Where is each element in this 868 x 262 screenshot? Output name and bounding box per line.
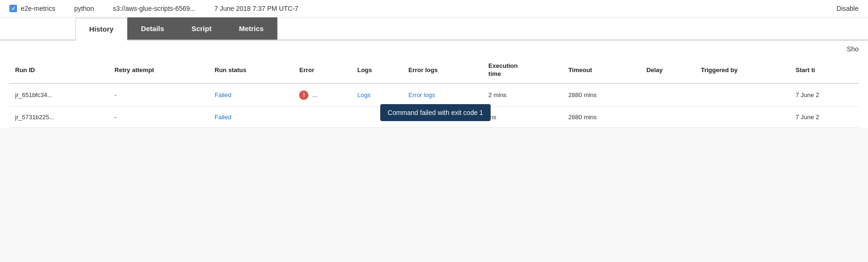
cell-exectime-1: 2 mins xyxy=(483,83,563,107)
tab-details[interactable]: Details xyxy=(127,17,178,40)
cell-status-2: Failed xyxy=(209,106,293,127)
tab-script[interactable]: Script xyxy=(178,17,225,40)
col-delay: Delay xyxy=(641,57,695,83)
col-logs: Logs xyxy=(351,57,402,83)
col-triggered-by: Triggered by xyxy=(695,57,790,83)
job-checkbox[interactable] xyxy=(9,5,17,12)
cell-starttime-1: 7 June 2 xyxy=(790,83,859,107)
cell-retry-1: - xyxy=(109,83,209,107)
language-value: python xyxy=(74,5,94,12)
cell-delay-2 xyxy=(641,106,695,127)
datetime-value: 7 June 2018 7:37 PM UTC-7 xyxy=(214,5,298,12)
col-retry-attempt: Retry attempt xyxy=(109,57,209,83)
col-run-id: Run ID xyxy=(9,57,109,83)
col-start-time: Start ti xyxy=(790,57,859,83)
cell-timeout-1: 2880 mins xyxy=(563,83,641,107)
history-table: Run ID Retry attempt Run status Error Lo… xyxy=(9,57,859,128)
disable-label: Disable xyxy=(836,5,859,12)
error-logs-tooltip-wrapper: Error logs Command failed with exit code… xyxy=(409,91,435,98)
error-icon-1[interactable]: ! xyxy=(299,90,309,100)
cell-retry-2: - xyxy=(109,106,209,127)
cell-delay-1 xyxy=(641,83,695,107)
col-run-status: Run status xyxy=(209,57,293,83)
cell-error-2 xyxy=(293,106,351,127)
tabs-bar: History Details Script Metrics xyxy=(0,17,868,41)
cell-triggered-2 xyxy=(695,106,790,127)
col-timeout: Timeout xyxy=(563,57,641,83)
cell-starttime-2: 7 June 2 xyxy=(790,106,859,127)
datetime-item: 7 June 2018 7:37 PM UTC-7 xyxy=(214,5,298,12)
tab-metrics[interactable]: Metrics xyxy=(225,17,277,40)
error-dots-1: ... xyxy=(312,91,317,98)
cell-status-1: Failed xyxy=(209,83,293,107)
table-row: jr_651bfc34... - Failed ! ... Logs Error… xyxy=(9,83,859,107)
cell-triggered-1 xyxy=(695,83,790,107)
show-bar: Sho xyxy=(0,41,868,57)
tab-history[interactable]: History xyxy=(75,18,127,41)
script-path-value: s3://aws-glue-scripts-6569... xyxy=(113,5,195,12)
cell-timeout-2: 2880 mins xyxy=(563,106,641,127)
tooltip-box: Command failed with exit code 1 xyxy=(380,104,491,121)
language-item: python xyxy=(74,5,94,12)
history-table-container: Run ID Retry attempt Run status Error Lo… xyxy=(0,57,868,128)
tooltip-message: Command failed with exit code 1 xyxy=(388,109,483,116)
job-name: e2e-metrics xyxy=(21,5,55,12)
disable-button[interactable]: Disable xyxy=(836,5,859,12)
col-error: Error xyxy=(293,57,351,83)
cell-error-1: ! ... xyxy=(293,83,351,107)
table-header-row: Run ID Retry attempt Run status Error Lo… xyxy=(9,57,859,83)
cell-logs-1: Logs xyxy=(351,83,402,107)
job-entry: e2e-metrics xyxy=(9,5,55,12)
col-error-logs: Error logs xyxy=(403,57,483,83)
cell-run-id-1: jr_651bfc34... xyxy=(9,83,109,107)
show-label: Sho xyxy=(847,45,859,53)
cell-exectime-2: ins xyxy=(483,106,563,127)
cell-run-id-2: jr_5731b225... xyxy=(9,106,109,127)
cell-errorlogs-1: Error logs Command failed with exit code… xyxy=(403,83,483,107)
script-path-item: s3://aws-glue-scripts-6569... xyxy=(113,5,195,12)
col-execution-time: Execution time xyxy=(483,57,563,83)
top-bar: e2e-metrics python s3://aws-glue-scripts… xyxy=(0,0,868,17)
